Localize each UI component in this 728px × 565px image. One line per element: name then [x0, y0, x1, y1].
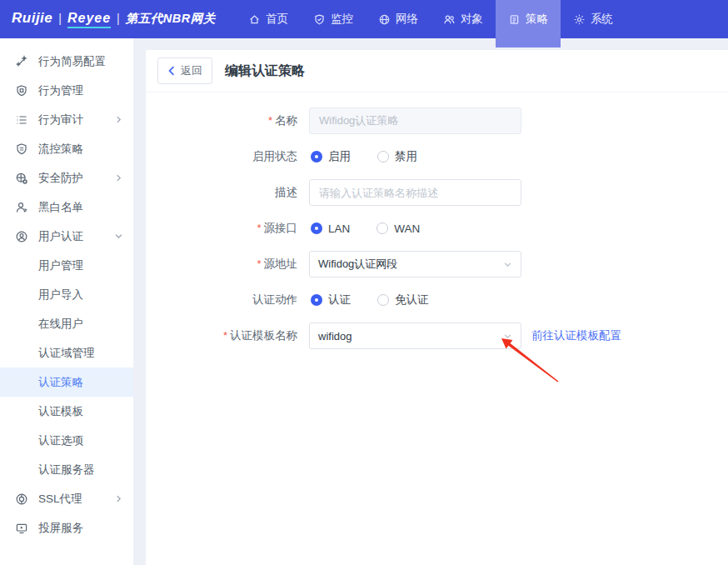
monitor-shield-icon	[313, 13, 326, 26]
brand-ruijie: Ruijie	[12, 10, 52, 27]
status-radio-group: 启用 禁用	[309, 149, 521, 164]
required-asterisk: *	[223, 329, 227, 342]
sidebar-item-user-import[interactable]: 用户导入	[0, 280, 133, 309]
sidebar-item-label: 认证域管理	[38, 346, 95, 361]
home-icon	[248, 13, 261, 26]
sidebar-item-ssl-proxy[interactable]: SSL代理	[0, 484, 133, 513]
sidebar-item-online-users[interactable]: 在线用户	[0, 309, 133, 338]
sidebar-item-auth-server[interactable]: 认证服务器	[0, 455, 133, 484]
form-row-auth-template: *认证模板名称 wifidog 前往认证模板配置	[146, 322, 728, 349]
chevron-down-icon	[503, 332, 512, 341]
form-row-auth-action: 认证动作 认证 免认证	[146, 287, 728, 313]
description-field[interactable]	[309, 179, 521, 206]
sidebar-item-security[interactable]: 安全防护	[0, 163, 133, 192]
chevron-down-icon	[115, 232, 122, 240]
sidebar-item-label: 认证服务器	[38, 462, 95, 478]
radio-authenticate[interactable]: 认证	[311, 292, 351, 308]
nav-tab-policy[interactable]: 策略	[496, 0, 561, 48]
required-asterisk: *	[257, 258, 261, 270]
chevron-down-icon	[503, 260, 512, 269]
security-globe-icon	[15, 172, 29, 185]
form-row-description: 描述	[146, 179, 728, 206]
sidebar-item-label: 认证策略	[38, 375, 83, 390]
nav-tab-objects[interactable]: 对象	[431, 0, 496, 38]
nav-tab-label: 首页	[266, 12, 288, 27]
sidebar-item-label: 用户导入	[38, 288, 83, 302]
auth-template-select[interactable]: wifidog	[309, 322, 521, 349]
brand-reyee: Reyee	[67, 11, 111, 28]
sidebar-item-user-mgmt[interactable]: 用户管理	[0, 251, 133, 280]
nav-tab-label: 网络	[396, 12, 418, 27]
auth-template-label: *认证模板名称	[146, 328, 309, 343]
form-row-source-address: *源地址 Wifidog认证网段	[146, 251, 728, 278]
radio-unselected-icon	[376, 222, 388, 234]
radio-unselected-icon	[377, 294, 389, 306]
nav-tab-network[interactable]: 网络	[366, 0, 431, 38]
system-gear-icon	[573, 13, 586, 26]
radio-wan[interactable]: WAN	[376, 222, 420, 235]
radio-unselected-icon	[377, 151, 389, 162]
objects-people-icon	[443, 13, 456, 26]
brand-separator: |	[117, 12, 120, 25]
select-value: wifidog	[318, 330, 352, 342]
nav-tab-label: 监控	[331, 12, 353, 27]
sidebar-item-auth-options[interactable]: 认证选项	[0, 426, 133, 455]
sidebar-item-behavior-config[interactable]: 行为简易配置	[0, 47, 133, 76]
name-label: *名称	[146, 113, 309, 128]
main-content: 返回 编辑认证策略 *名称 启用状态 启用 禁用	[146, 50, 728, 565]
sidebar-item-label: 行为简易配置	[38, 54, 106, 69]
sidebar-item-label: 认证选项	[38, 433, 83, 448]
sidebar-item-user-auth[interactable]: 用户认证	[0, 222, 133, 251]
radio-no-auth[interactable]: 免认证	[377, 292, 429, 308]
brand-separator: |	[58, 12, 62, 25]
radio-label: WAN	[394, 222, 420, 235]
sidebar-item-label: 安全防护	[38, 171, 83, 186]
radio-label: 启用	[328, 149, 351, 164]
auth-action-label: 认证动作	[146, 292, 309, 308]
ssl-proxy-icon	[15, 492, 29, 506]
name-field[interactable]	[309, 108, 521, 134]
brand-product-name: 第五代NBR网关	[126, 11, 216, 27]
radio-lan[interactable]: LAN	[311, 222, 350, 235]
back-button[interactable]: 返回	[157, 58, 212, 84]
sidebar-item-auth-policy[interactable]: 认证策略	[0, 368, 133, 397]
nav-tab-label: 系统	[591, 12, 613, 27]
radio-disable[interactable]: 禁用	[377, 149, 417, 164]
nav-tab-label: 对象	[461, 12, 483, 27]
status-label: 启用状态	[146, 149, 309, 164]
radio-enable[interactable]: 启用	[311, 149, 351, 164]
flow-shield-icon	[15, 142, 29, 156]
radio-label: 认证	[328, 292, 351, 308]
screen-cast-icon	[15, 522, 29, 535]
user-list-icon	[15, 201, 29, 214]
nav-tab-monitor[interactable]: 监控	[301, 0, 366, 38]
sidebar-item-label: 黑白名单	[38, 200, 83, 215]
main-nav: 首页 监控 网络 对象 策略 系统	[236, 0, 626, 38]
nav-tab-home[interactable]: 首页	[236, 0, 301, 38]
nav-tab-system[interactable]: 系统	[561, 0, 626, 38]
radio-selected-icon	[311, 294, 322, 306]
sidebar-item-behavior-audit[interactable]: 行为审计	[0, 105, 133, 134]
source-address-label: *源地址	[146, 257, 309, 272]
sidebar-item-label: 用户管理	[38, 258, 83, 273]
sidebar-item-label: 认证模板	[38, 404, 83, 419]
required-asterisk: *	[257, 222, 261, 234]
top-navbar: Ruijie | Reyee | 第五代NBR网关 首页 监控 网络 对象 策略…	[0, 0, 728, 38]
audit-list-icon	[15, 113, 29, 127]
sidebar-item-blacklist[interactable]: 黑白名单	[0, 192, 133, 222]
source-address-select[interactable]: Wifidog认证网段	[309, 251, 521, 278]
sidebar-item-label: 行为审计	[38, 112, 83, 128]
sidebar-item-flow-control[interactable]: 流控策略	[0, 134, 133, 163]
auth-action-radio-group: 认证 免认证	[309, 292, 521, 308]
sidebar-item-auth-domain[interactable]: 认证域管理	[0, 338, 133, 368]
goto-auth-template-link[interactable]: 前往认证模板配置	[531, 328, 621, 343]
radio-selected-icon	[311, 222, 322, 234]
sidebar-item-screen-cast[interactable]: 投屏服务	[0, 513, 133, 542]
sidebar-item-behavior-mgmt[interactable]: 行为管理	[0, 76, 133, 105]
form-row-status: 启用状态 启用 禁用	[146, 143, 728, 170]
sidebar-item-auth-template[interactable]: 认证模板	[0, 397, 133, 426]
chevron-left-icon	[167, 66, 176, 76]
radio-label: 免认证	[395, 292, 429, 308]
nav-tab-label: 策略	[526, 12, 548, 27]
radio-selected-icon	[311, 151, 322, 162]
